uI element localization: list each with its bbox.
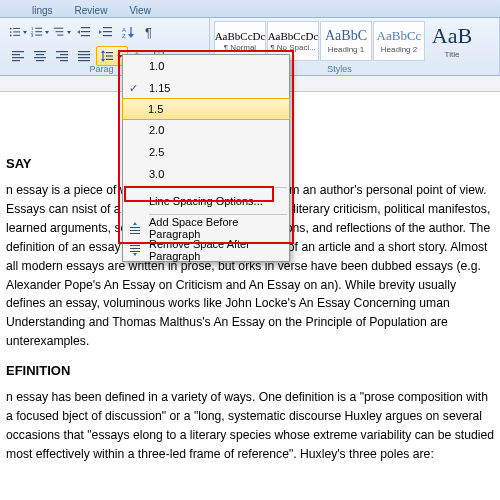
add-space-before-icon (127, 220, 143, 236)
svg-rect-1 (13, 28, 20, 29)
spacing-2-5[interactable]: 2.5 (123, 141, 289, 163)
svg-rect-42 (78, 57, 90, 58)
spacing-2-0[interactable]: 2.0 (123, 119, 289, 141)
svg-rect-59 (130, 245, 140, 246)
svg-point-2 (10, 31, 12, 33)
numbering-button[interactable]: 123 (30, 22, 50, 42)
decrease-indent-button[interactable] (74, 22, 94, 42)
style-heading2[interactable]: AaBbCcHeading 2 (373, 21, 425, 61)
ribbon-tabs: lings Review View (0, 0, 500, 18)
svg-rect-49 (106, 59, 113, 60)
svg-rect-32 (34, 51, 46, 52)
heading-definition: EFINITION (6, 363, 494, 378)
svg-rect-28 (12, 51, 24, 52)
separator (149, 187, 287, 188)
line-spacing-menu: 1.0 ✓1.15 1.5 2.0 2.5 3.0 Line Spacing O… (122, 54, 290, 262)
svg-rect-37 (60, 54, 68, 55)
align-left-button[interactable] (8, 46, 28, 66)
svg-rect-39 (60, 60, 68, 61)
svg-rect-40 (78, 51, 90, 52)
svg-rect-11 (35, 35, 42, 36)
svg-rect-55 (130, 227, 140, 228)
tab-view[interactable]: View (127, 3, 153, 17)
svg-rect-16 (81, 31, 90, 32)
show-marks-button[interactable]: ¶ (140, 22, 160, 42)
svg-rect-34 (34, 57, 46, 58)
svg-rect-3 (13, 31, 20, 32)
svg-marker-22 (99, 30, 102, 34)
svg-rect-17 (81, 35, 90, 36)
tab-review[interactable]: Review (73, 3, 110, 17)
svg-rect-15 (81, 27, 90, 28)
sort-button[interactable]: AZ (118, 22, 138, 42)
line-spacing-options[interactable]: Line Spacing Options... (123, 190, 289, 212)
svg-marker-62 (133, 253, 137, 256)
svg-rect-31 (12, 60, 20, 61)
justify-button[interactable] (74, 46, 94, 66)
style-heading1[interactable]: AaBbCHeading 1 (320, 21, 372, 61)
svg-rect-61 (130, 251, 140, 252)
remove-space-after-icon (127, 242, 143, 258)
bullets-button[interactable] (8, 22, 28, 42)
svg-text:3: 3 (31, 33, 34, 38)
svg-text:Z: Z (122, 33, 126, 39)
separator (149, 214, 287, 215)
svg-rect-9 (35, 31, 42, 32)
align-right-button[interactable] (52, 46, 72, 66)
spacing-1-15[interactable]: ✓1.15 (123, 77, 289, 99)
remove-space-after[interactable]: Remove Space After Paragraph (123, 239, 289, 261)
spacing-1-5[interactable]: 1.5 (122, 98, 290, 120)
svg-rect-7 (35, 28, 42, 29)
spacing-3-0[interactable]: 3.0 (123, 163, 289, 185)
svg-rect-14 (57, 35, 63, 36)
svg-point-0 (10, 28, 12, 30)
svg-rect-56 (130, 230, 140, 231)
align-center-button[interactable] (30, 46, 50, 66)
style-title[interactable]: AaBTitle (426, 21, 478, 61)
svg-rect-29 (12, 54, 20, 55)
svg-rect-48 (106, 55, 113, 56)
svg-rect-21 (103, 35, 112, 36)
svg-rect-5 (13, 35, 20, 36)
add-space-before[interactable]: Add Space Before Paragraph (123, 217, 289, 239)
tab-mailings[interactable]: lings (30, 3, 55, 17)
svg-rect-20 (103, 31, 112, 32)
svg-rect-41 (78, 54, 90, 55)
svg-point-4 (10, 35, 12, 37)
svg-marker-26 (128, 34, 134, 38)
svg-marker-18 (77, 30, 80, 34)
svg-marker-45 (101, 50, 105, 53)
increase-indent-button[interactable] (96, 22, 116, 42)
svg-rect-57 (130, 233, 140, 234)
svg-rect-19 (103, 27, 112, 28)
svg-rect-38 (56, 57, 68, 58)
svg-rect-30 (12, 57, 24, 58)
svg-rect-43 (78, 60, 90, 61)
svg-rect-35 (36, 60, 44, 61)
spacing-1-0[interactable]: 1.0 (123, 55, 289, 77)
check-icon: ✓ (129, 82, 138, 95)
svg-rect-13 (56, 31, 64, 32)
svg-rect-47 (106, 52, 113, 53)
multilevel-list-button[interactable] (52, 22, 72, 42)
svg-marker-46 (101, 59, 105, 62)
svg-rect-36 (56, 51, 68, 52)
svg-rect-33 (36, 54, 44, 55)
svg-rect-60 (130, 248, 140, 249)
svg-text:¶: ¶ (145, 25, 152, 39)
svg-rect-12 (54, 28, 63, 29)
paragraph-2: n essay has been defined in a variety of… (6, 388, 494, 464)
svg-marker-58 (133, 222, 137, 225)
